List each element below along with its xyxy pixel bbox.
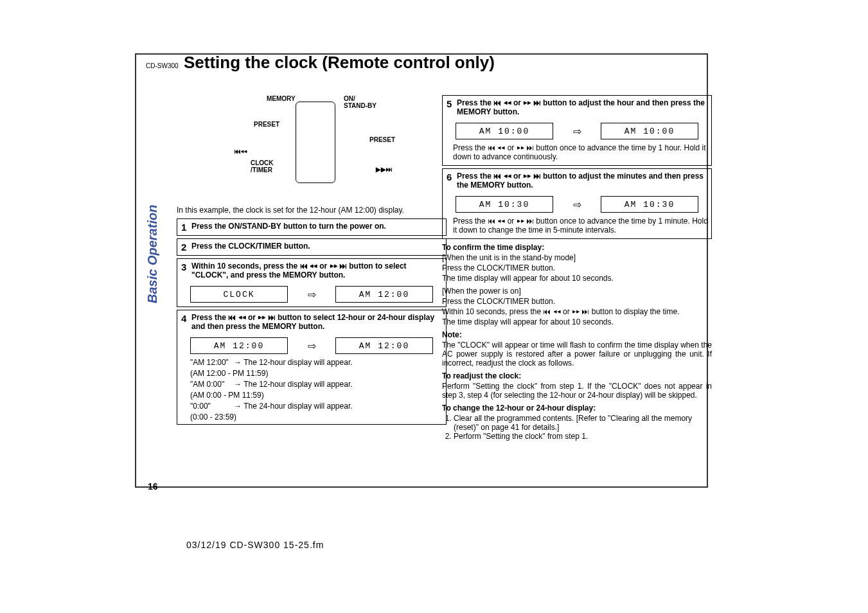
step-number: 6 bbox=[447, 172, 457, 182]
model-label: CD-SW300 bbox=[146, 62, 179, 69]
change-step: Clear all the programmed contents. [Refe… bbox=[454, 414, 712, 432]
step-number: 5 bbox=[447, 98, 457, 109]
lcd-display: AM 12:00 bbox=[190, 337, 288, 354]
step-number: 1 bbox=[181, 222, 191, 233]
step-3: 3 Within 10 seconds, press the ⏮ ◀◀ or ▶… bbox=[177, 258, 447, 307]
press-instruction: Press the ⏮ ◀◀ or ▶▶ ⏭ button once to ad… bbox=[453, 217, 711, 235]
label-clock-timer: CLOCK /TIMER bbox=[251, 159, 274, 173]
display-options-table: "AM 12:00"→ The 12-hour display will app… bbox=[190, 358, 433, 422]
label-memory: MEMORY bbox=[267, 95, 296, 102]
note-text: The "CLOCK" will appear or time will fla… bbox=[442, 341, 712, 368]
arrow-icon: → bbox=[234, 380, 242, 389]
lcd-display: AM 10:30 bbox=[601, 196, 698, 213]
readjust-heading: To readjust the clock: bbox=[442, 371, 712, 380]
confirm-line: The time display will appear for about 1… bbox=[442, 274, 712, 283]
confirm-line: Within 10 seconds, press the ⏮ ◀◀ or ▶▶ … bbox=[442, 307, 712, 316]
step-number: 4 bbox=[181, 313, 191, 324]
option-desc: The 12-hour display will appear. bbox=[244, 380, 352, 389]
page-title: Setting the clock (Remote control only) bbox=[184, 53, 495, 73]
option-code: "AM 0:00" bbox=[190, 380, 234, 389]
step-number: 3 bbox=[181, 262, 191, 272]
change-heading: To change the 12-hour or 24-hour display… bbox=[442, 404, 712, 413]
step-text: Press the ON/STAND-BY button to turn the… bbox=[191, 222, 442, 231]
readjust-block: To readjust the clock: Perform "Setting … bbox=[442, 371, 712, 400]
step-text: Press the ⏮ ◀◀ or ▶▶ ⏭ button to adjust … bbox=[457, 172, 707, 190]
confirm-heading: To confirm the time display: bbox=[442, 243, 712, 252]
option-code: "0:00" bbox=[190, 402, 234, 411]
confirm-line: The time display will appear for about 1… bbox=[442, 317, 712, 326]
change-block: To change the 12-hour or 24-hour display… bbox=[442, 404, 712, 441]
option-range: (AM 12:00 - PM 11:59) bbox=[190, 369, 433, 378]
table-row: "AM 12:00"→ The 12-hour display will app… bbox=[190, 358, 433, 367]
option-code: "AM 12:00" bbox=[190, 358, 234, 367]
confirm-block: To confirm the time display: [When the u… bbox=[442, 243, 712, 326]
arrow-icon: ⇨ bbox=[573, 199, 581, 211]
note-heading: Note: bbox=[442, 330, 712, 339]
lcd-display: AM 12:00 bbox=[335, 337, 433, 354]
confirm-line: Press the CLOCK/TIMER button. bbox=[442, 263, 712, 272]
step-6: 6 Press the ⏮ ◀◀ or ▶▶ ⏭ button to adjus… bbox=[442, 168, 712, 239]
page-number: 16 bbox=[148, 481, 158, 492]
lcd-display: AM 10:00 bbox=[456, 123, 553, 139]
readjust-text: Perform "Setting the clock" from step 1.… bbox=[442, 382, 712, 400]
note-block: Note: The "CLOCK" will appear or time wi… bbox=[442, 330, 712, 368]
manual-page: CD-SW300 Setting the clock (Remote contr… bbox=[0, 0, 868, 613]
label-preset-left: PRESET bbox=[254, 121, 279, 128]
example-sentence: In this example, the clock is set for th… bbox=[177, 206, 447, 215]
step-number: 2 bbox=[181, 242, 191, 253]
arrow-icon: ⇨ bbox=[308, 340, 316, 352]
section-tab: Basic Operation bbox=[145, 205, 160, 303]
press-instruction: Press the ⏮ ◀◀ or ▶▶ ⏭ button once to ad… bbox=[453, 143, 711, 161]
lcd-display: AM 10:30 bbox=[456, 196, 553, 213]
step-1: 1 Press the ON/STAND-BY button to turn t… bbox=[177, 218, 447, 236]
step-text: Press the CLOCK/TIMER button. bbox=[191, 242, 442, 251]
label-ff-icon: ▶▶⏭ bbox=[376, 166, 393, 173]
table-row: "AM 0:00"→ The 12-hour display will appe… bbox=[190, 380, 433, 389]
confirm-line: [When the power is on] bbox=[442, 287, 712, 296]
step-text: Press the ⏮ ◀◀ or ▶▶ ⏭ button to adjust … bbox=[457, 98, 707, 116]
step-5: 5 Press the ⏮ ◀◀ or ▶▶ ⏭ button to adjus… bbox=[442, 95, 712, 166]
arrow-icon: ⇨ bbox=[308, 289, 316, 301]
lcd-display: AM 12:00 bbox=[335, 286, 433, 303]
remote-outline-icon bbox=[296, 102, 335, 183]
confirm-line: Press the CLOCK/TIMER button. bbox=[442, 297, 712, 306]
option-desc: The 12-hour display will appear. bbox=[244, 358, 352, 367]
lcd-display: CLOCK bbox=[190, 286, 288, 303]
step-2: 2 Press the CLOCK/TIMER button. bbox=[177, 238, 447, 256]
remote-diagram: MEMORY ON/ STAND-BY PRESET PRESET ⏮◀◀ ▶▶… bbox=[215, 95, 408, 199]
label-preset-right: PRESET bbox=[369, 136, 395, 143]
change-step: Perform "Setting the clock" from step 1. bbox=[454, 432, 712, 441]
option-desc: The 24-hour display will appear. bbox=[244, 402, 352, 411]
lcd-display: AM 10:00 bbox=[601, 123, 698, 139]
label-on-standby: ON/ STAND-BY bbox=[344, 95, 376, 109]
arrow-icon: ⇨ bbox=[573, 125, 581, 138]
step-4: 4 Press the ⏮ ◀◀ or ▶▶ ⏭ button to selec… bbox=[177, 310, 447, 425]
arrow-icon: → bbox=[234, 358, 242, 367]
step-text: Press the ⏮ ◀◀ or ▶▶ ⏭ button to select … bbox=[191, 313, 442, 331]
left-column: MEMORY ON/ STAND-BY PRESET PRESET ⏮◀◀ ▶▶… bbox=[177, 95, 447, 427]
arrow-icon: → bbox=[234, 402, 242, 411]
footer-text: 03/12/19 CD-SW300 15-25.fm bbox=[186, 540, 324, 550]
table-row: "0:00"→ The 24-hour display will appear. bbox=[190, 402, 433, 411]
confirm-line: [When the unit is in the stand-by mode] bbox=[442, 253, 712, 262]
label-rew-icon: ⏮◀◀ bbox=[235, 148, 247, 155]
option-range: (0:00 - 23:59) bbox=[190, 413, 433, 422]
right-column: 5 Press the ⏮ ◀◀ or ▶▶ ⏭ button to adjus… bbox=[442, 95, 712, 445]
step-text: Within 10 seconds, press the ⏮ ◀◀ or ▶▶ … bbox=[191, 262, 442, 280]
option-range: (AM 0:00 - PM 11:59) bbox=[190, 391, 433, 400]
